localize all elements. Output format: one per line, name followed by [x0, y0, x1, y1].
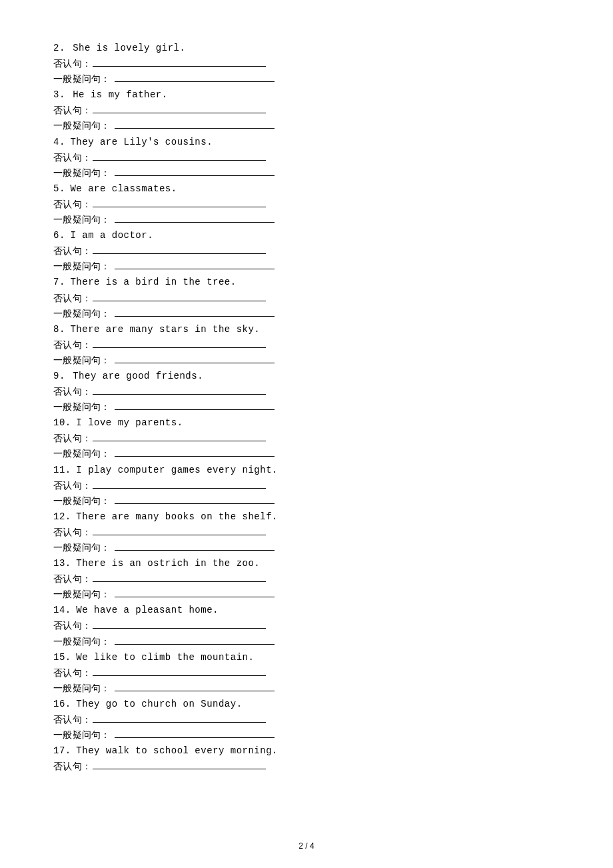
- question-number: 11.: [53, 465, 71, 475]
- answer-blank[interactable]: [93, 385, 266, 395]
- answer-blank[interactable]: [93, 198, 266, 207]
- spacing: [65, 43, 73, 53]
- answer-blank[interactable]: [93, 713, 266, 723]
- answer-blank[interactable]: [93, 433, 266, 442]
- question-label: 一般疑问句：: [53, 261, 111, 271]
- spacing: [111, 74, 113, 84]
- question-number: 14.: [53, 605, 71, 615]
- negative-label: 否认句：: [53, 246, 91, 256]
- question-text: He is my father.: [73, 89, 167, 100]
- answer-blank[interactable]: [93, 620, 266, 629]
- question-line: 7. There is a bird in the tree.: [53, 274, 560, 290]
- answer-blank[interactable]: [115, 261, 275, 270]
- question-line: 2. She is lovely girl.: [53, 40, 560, 56]
- answer-blank[interactable]: [93, 761, 266, 770]
- answer-blank[interactable]: [93, 292, 266, 301]
- spacing: [111, 261, 113, 271]
- answer-blank[interactable]: [115, 307, 275, 317]
- question-text: I love my parents.: [76, 417, 183, 428]
- question-sentence-row: 一般疑问句：: [53, 165, 560, 181]
- question-label: 一般疑问句：: [53, 309, 111, 319]
- negative-sentence-row: 否认句：: [53, 384, 560, 399]
- question-line: 17. They walk to school every morning.: [53, 743, 560, 759]
- answer-blank[interactable]: [115, 589, 275, 598]
- negative-sentence-row: 否认句：: [53, 478, 560, 493]
- question-sentence-row: 一般疑问句：: [53, 681, 560, 696]
- question-line: 4. They are Lily's cousins.: [53, 134, 560, 150]
- question-number: 15.: [53, 652, 71, 663]
- question-text: There is an ostrich in the zoo.: [76, 558, 260, 569]
- question-number: 7.: [53, 277, 65, 287]
- negative-label: 否认句：: [53, 199, 91, 209]
- answer-blank[interactable]: [115, 635, 275, 645]
- question-label: 一般疑问句：: [53, 730, 111, 740]
- question-text: We like to climb the mountain.: [76, 652, 254, 663]
- question-number: 10.: [53, 417, 71, 428]
- negative-label: 否认句：: [53, 59, 91, 69]
- question-sentence-row: 一般疑问句：: [53, 493, 560, 509]
- question-line: 11. I play computer games every night.: [53, 462, 560, 478]
- question-sentence-row: 一般疑问句：: [53, 399, 560, 415]
- question-line: 8. There are many stars in the sky.: [53, 321, 560, 337]
- page-footer: 2 / 4: [0, 840, 613, 853]
- page: 2. She is lovely girl.否认句：一般疑问句： 3. He i…: [0, 0, 613, 868]
- question-label: 一般疑问句：: [53, 496, 111, 506]
- answer-blank[interactable]: [115, 401, 275, 411]
- spacing: [111, 683, 113, 693]
- question-number: 2.: [53, 43, 65, 53]
- answer-blank[interactable]: [115, 729, 275, 739]
- negative-sentence-row: 否认句：: [53, 150, 560, 165]
- question-number: 4.: [53, 137, 65, 147]
- answer-blank[interactable]: [115, 682, 275, 691]
- spacing: [111, 215, 113, 225]
- question-sentence-row: 一般疑问句：: [53, 71, 560, 87]
- answer-blank[interactable]: [115, 354, 275, 363]
- negative-label: 否认句：: [53, 574, 91, 584]
- question-label: 一般疑问句：: [53, 168, 111, 178]
- answer-blank[interactable]: [115, 495, 275, 504]
- answer-blank[interactable]: [115, 213, 275, 223]
- spacing: [111, 309, 113, 319]
- worksheet-content: 2. She is lovely girl.否认句：一般疑问句： 3. He i…: [53, 40, 560, 774]
- answer-blank[interactable]: [115, 541, 275, 551]
- question-text: They go to church on Sunday.: [76, 699, 242, 709]
- question-number: 13.: [53, 558, 71, 569]
- negative-label: 否认句：: [53, 293, 91, 303]
- question-label: 一般疑问句：: [53, 74, 111, 84]
- answer-blank[interactable]: [93, 667, 266, 676]
- question-number: 9.: [53, 371, 65, 381]
- question-number: 8.: [53, 324, 65, 335]
- question-line: 14. We have a pleasant home.: [53, 602, 560, 618]
- answer-blank[interactable]: [115, 167, 275, 176]
- question-sentence-row: 一般疑问句：: [53, 540, 560, 555]
- answer-blank[interactable]: [93, 479, 266, 489]
- question-label: 一般疑问句：: [53, 543, 111, 553]
- negative-sentence-row: 否认句：: [53, 56, 560, 71]
- answer-blank[interactable]: [93, 151, 266, 161]
- answer-blank[interactable]: [115, 73, 275, 83]
- question-text: She is lovely girl.: [73, 43, 185, 53]
- question-sentence-row: 一般疑问句：: [53, 353, 560, 368]
- question-sentence-row: 一般疑问句：: [53, 118, 560, 133]
- question-number: 17.: [53, 745, 71, 756]
- spacing: [111, 637, 113, 647]
- answer-blank[interactable]: [93, 573, 266, 583]
- answer-blank[interactable]: [93, 526, 266, 535]
- question-label: 一般疑问句：: [53, 215, 111, 225]
- answer-blank[interactable]: [115, 120, 275, 129]
- negative-label: 否认句：: [53, 387, 91, 397]
- spacing: [111, 402, 113, 412]
- negative-sentence-row: 否认句：: [53, 337, 560, 353]
- answer-blank[interactable]: [93, 58, 266, 67]
- spacing: [111, 168, 113, 178]
- question-line: 6. I am a doctor.: [53, 227, 560, 243]
- answer-blank[interactable]: [93, 105, 266, 114]
- question-text: We are classmates.: [70, 183, 177, 194]
- negative-label: 否认句：: [53, 621, 91, 631]
- answer-blank[interactable]: [93, 339, 266, 348]
- question-sentence-row: 一般疑问句：: [53, 306, 560, 321]
- question-label: 一般疑问句：: [53, 589, 111, 599]
- answer-blank[interactable]: [93, 245, 266, 255]
- question-label: 一般疑问句：: [53, 355, 111, 365]
- answer-blank[interactable]: [115, 448, 275, 457]
